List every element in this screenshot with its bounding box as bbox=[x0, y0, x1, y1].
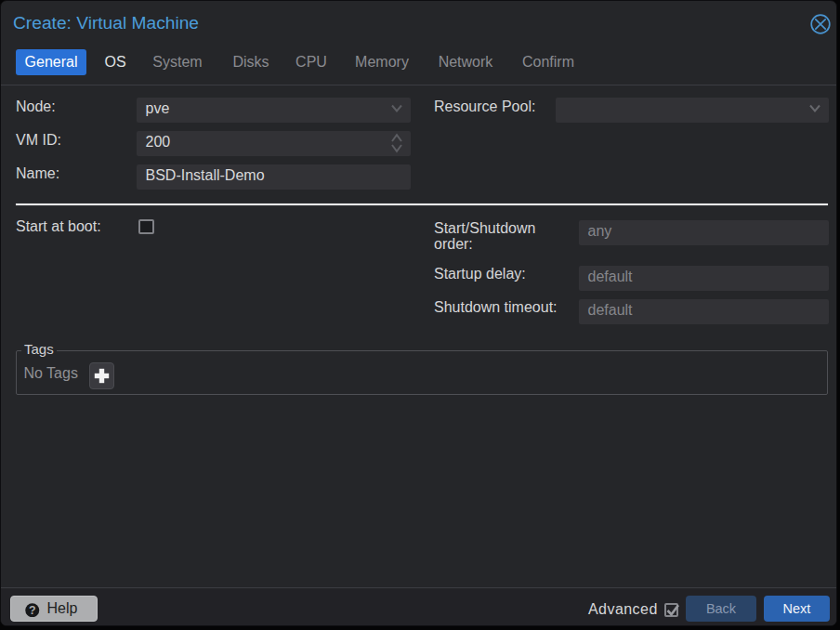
svg-text:?: ? bbox=[29, 604, 36, 617]
